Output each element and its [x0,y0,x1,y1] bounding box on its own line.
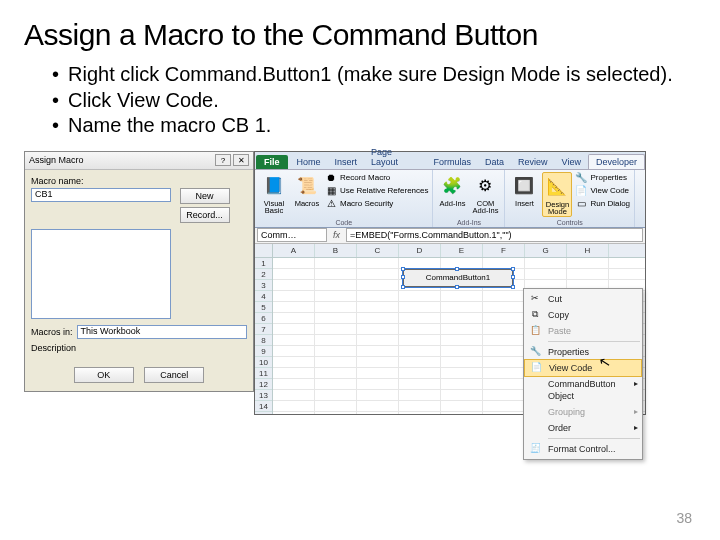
grid-icon: ▦ [325,185,337,197]
insert-control-button[interactable]: 🔲Insert [509,172,539,208]
tab-file[interactable]: File [256,155,288,169]
row-header[interactable]: 10 [255,357,272,368]
menu-separator [548,438,640,439]
bullet-item: Right click Command.Button1 (make sure D… [52,62,696,88]
col-header[interactable]: A [273,244,315,257]
menu-format-control[interactable]: 🧾Format Control... [524,441,642,457]
resize-handle[interactable] [401,275,405,279]
design-label: Design Mode [543,201,571,216]
excel-window: File Home Insert Page Layout Formulas Da… [254,151,646,415]
col-header[interactable]: F [483,244,525,257]
row-header[interactable]: 13 [255,390,272,401]
run-dialog-button[interactable]: ▭Run Dialog [575,198,630,210]
addins-icon: 🧩 [440,174,464,198]
resize-handle[interactable] [455,267,459,271]
row-header[interactable]: 5 [255,302,272,313]
row-header[interactable]: 11 [255,368,272,379]
col-header[interactable]: B [315,244,357,257]
menu-properties[interactable]: 🔧Properties [524,344,642,360]
design-mode-button[interactable]: 📐Design Mode [542,172,572,217]
resize-handle[interactable] [511,275,515,279]
col-header[interactable]: G [525,244,567,257]
tab-formulas[interactable]: Formulas [427,155,479,169]
row-header[interactable]: 3 [255,280,272,291]
resize-handle[interactable] [455,285,459,289]
row-headers: 1 2 3 4 5 6 7 8 9 10 11 12 13 14 [255,244,273,414]
col-header[interactable]: C [357,244,399,257]
com-addins-button[interactable]: ⚙COM Add-Ins [470,172,500,215]
ribbon-group-code: 📘Visual Basic 📜Macros ⏺Record Macro ▦Use… [255,170,433,227]
macros-in-select[interactable]: This Workbook [77,325,247,339]
row-header[interactable]: 14 [255,401,272,412]
addins-button[interactable]: 🧩Add-Ins [437,172,467,208]
menu-order[interactable]: Order▸ [524,420,642,436]
row-header[interactable]: 2 [255,269,272,280]
submenu-arrow-icon: ▸ [634,406,638,418]
cancel-button[interactable]: Cancel [144,367,204,383]
macros-button[interactable]: 📜Macros [292,172,322,208]
code-icon: 📄 [529,361,543,373]
design-icon: 📐 [545,175,569,199]
assign-macro-dialog: Assign Macro ? ✕ Macro name: CB1 New Rec… [24,151,254,392]
properties-button[interactable]: 🔧Properties [575,172,630,184]
record-button[interactable]: Record... [180,207,230,223]
resize-handle[interactable] [511,267,515,271]
relative-refs-button[interactable]: ▦Use Relative References [325,185,428,197]
com-label: COM Add-Ins [470,200,500,215]
resize-handle[interactable] [401,285,405,289]
resize-handle[interactable] [511,285,515,289]
row-header[interactable]: 6 [255,313,272,324]
menu-commandbutton-object[interactable]: CommandButton Object▸ [524,376,642,404]
help-button[interactable]: ? [215,154,231,166]
tab-home[interactable]: Home [290,155,328,169]
row-header[interactable]: 9 [255,346,272,357]
record-macro-button[interactable]: ⏺Record Macro [325,172,428,184]
menu-copy[interactable]: ⧉Copy [524,307,642,323]
bullet-item: Click View Code. [52,88,696,114]
insert-icon: 🔲 [512,174,536,198]
group-addins-label: Add-Ins [437,218,500,226]
macro-list[interactable] [31,229,171,319]
tab-developer[interactable]: Developer [588,154,645,169]
ribbon-group-controls: 🔲Insert 📐Design Mode 🔧Properties 📄View C… [505,170,635,227]
cells-grid[interactable]: CommandButton1 ✂Cut ⧉Copy 📋Paste 🔧Proper… [273,258,645,414]
command-button-label: CommandButton1 [426,273,490,282]
tab-data[interactable]: Data [478,155,511,169]
visual-basic-label: Visual Basic [259,200,289,215]
view-code-button[interactable]: 📄View Code [575,185,630,197]
properties-icon: 🔧 [528,345,542,357]
paste-icon: 📋 [528,324,542,336]
col-header[interactable]: H [567,244,609,257]
macros-label: Macros [295,200,320,208]
column-headers: A B C D E F G H [273,244,645,258]
dialog-titlebar[interactable]: Assign Macro ? ✕ [25,152,253,170]
col-header[interactable]: D [399,244,441,257]
col-header[interactable]: E [441,244,483,257]
row-header[interactable]: 8 [255,335,272,346]
menu-view-code[interactable]: 📄View Code [524,359,642,377]
formula-input[interactable]: =EMBED("Forms.CommandButton.1","") [346,228,643,242]
tab-view[interactable]: View [555,155,588,169]
tab-page-layout[interactable]: Page Layout [364,145,427,169]
fx-icon[interactable]: fx [329,230,344,240]
row-header[interactable]: 4 [255,291,272,302]
tab-review[interactable]: Review [511,155,555,169]
visual-basic-button[interactable]: 📘Visual Basic [259,172,289,215]
new-button[interactable]: New [180,188,230,204]
row-header[interactable]: 12 [255,379,272,390]
ok-button[interactable]: OK [74,367,134,383]
name-box[interactable]: Comm… [257,228,327,242]
macro-name-input[interactable]: CB1 [31,188,171,202]
format-icon: 🧾 [528,442,542,454]
command-button-control[interactable]: CommandButton1 [403,269,513,287]
macro-security-button[interactable]: ⚠Macro Security [325,198,428,210]
row-header[interactable]: 1 [255,258,272,269]
row-header[interactable]: 7 [255,324,272,335]
shield-icon: ⚠ [325,198,337,210]
close-button[interactable]: ✕ [233,154,249,166]
menu-cut[interactable]: ✂Cut [524,291,642,307]
resize-handle[interactable] [401,267,405,271]
submenu-arrow-icon: ▸ [634,378,638,390]
tab-insert[interactable]: Insert [328,155,365,169]
cut-icon: ✂ [528,292,542,304]
